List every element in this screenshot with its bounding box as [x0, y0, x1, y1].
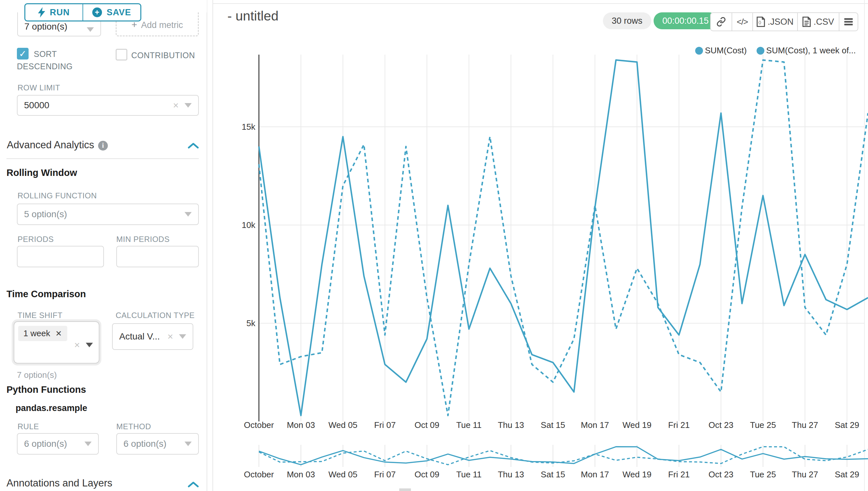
lightning-icon: [38, 7, 45, 18]
x-axis-label: Oct 09: [414, 420, 439, 430]
timeseries-line-chart[interactable]: 5k10k15kOctoberOctoberMon 03Mon 03Wed 05…: [0, 0, 868, 491]
y-axis-label: 15k: [242, 122, 256, 132]
superset-explore-page: 7 option(s) + Add metric RUN + SAVE ✓ SO…: [0, 0, 868, 491]
run-save-button-group: RUN + SAVE: [24, 3, 141, 22]
metrics-select-value: 7 option(s): [24, 22, 87, 32]
x-axis-label: Mon 17: [581, 420, 609, 430]
run-button[interactable]: RUN: [25, 4, 83, 21]
preview-x-label: Thu 27: [792, 469, 818, 479]
preview-series-dashed: [259, 447, 868, 465]
x-axis-label: Tue 25: [750, 420, 776, 430]
preview-x-label: Oct 09: [414, 469, 439, 479]
series-solid: [259, 60, 868, 415]
preview-x-label: Thu 13: [498, 469, 524, 479]
x-axis-label: Tue 11: [457, 420, 482, 430]
save-button[interactable]: + SAVE: [83, 4, 140, 21]
x-axis-label: October: [244, 420, 274, 430]
preview-x-label: Sat 15: [541, 469, 565, 479]
preview-x-label: Mon 03: [287, 469, 315, 479]
preview-x-label: Fri 07: [374, 469, 396, 479]
preview-x-label: Fri 21: [668, 469, 690, 479]
preview-x-label: Oct 23: [709, 469, 734, 479]
resize-handle[interactable]: [399, 488, 411, 491]
preview-x-label: Mon 17: [581, 469, 609, 479]
x-axis-label: Thu 13: [498, 420, 524, 430]
x-axis-label: Fri 07: [374, 420, 396, 430]
series-dashed: [259, 60, 868, 415]
y-axis-label: 5k: [247, 318, 256, 328]
x-axis-label: Thu 27: [792, 420, 818, 430]
run-button-label: RUN: [50, 7, 70, 18]
x-axis-label: Wed 05: [329, 420, 357, 430]
preview-x-label: Tue 11: [457, 469, 482, 479]
preview-x-label: October: [244, 469, 274, 479]
preview-x-label: Sat 29: [835, 469, 859, 479]
preview-x-label: Wed 05: [329, 469, 357, 479]
x-axis-label: Mon 03: [287, 420, 315, 430]
x-axis-label: Wed 19: [622, 420, 651, 430]
chevron-down-icon: [87, 27, 94, 32]
save-button-label: SAVE: [106, 7, 131, 18]
preview-x-label: Wed 19: [622, 469, 651, 479]
x-axis-label: Sat 15: [541, 420, 565, 430]
add-metric-label: Add metric: [141, 20, 183, 30]
x-axis-label: Fri 21: [668, 420, 690, 430]
x-axis-label: Oct 23: [709, 420, 734, 430]
preview-x-label: Tue 25: [750, 469, 776, 479]
x-axis-label: Sat 29: [835, 420, 859, 430]
plus-circle-icon: +: [92, 7, 102, 17]
y-axis-label: 10k: [242, 220, 256, 230]
